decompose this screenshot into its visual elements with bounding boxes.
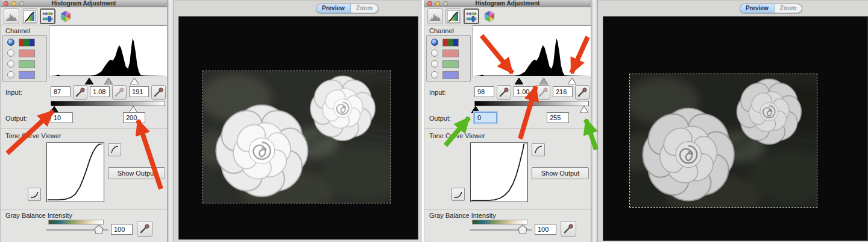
radio-rgb[interactable] bbox=[431, 39, 438, 46]
tone-curve-tool-button[interactable] bbox=[22, 8, 37, 24]
color-wheel-icon bbox=[60, 10, 72, 22]
tone-curve-viewer-label: Tone Curve Viewer bbox=[429, 132, 485, 139]
radio-blue[interactable] bbox=[7, 71, 14, 78]
close-button[interactable] bbox=[4, 1, 8, 6]
output-highlight-slider[interactable] bbox=[580, 106, 588, 113]
radio-rgb[interactable] bbox=[7, 39, 14, 46]
input-label: Input: bbox=[5, 89, 22, 96]
scan-preview-area bbox=[603, 16, 868, 241]
dialog-scrollbar[interactable] bbox=[591, 0, 598, 242]
output-shadow-field[interactable]: 10 bbox=[51, 112, 73, 123]
input-gamma-field[interactable]: 1.08 bbox=[90, 86, 110, 97]
channel-option-red[interactable] bbox=[7, 49, 35, 57]
input-highlight-field[interactable]: 191 bbox=[129, 86, 149, 97]
channel-option-rgb[interactable] bbox=[431, 38, 459, 46]
tab-preview[interactable]: Preview bbox=[740, 4, 775, 13]
gray-balance-value-field[interactable]: 100 bbox=[535, 224, 556, 235]
input-midtone-slider[interactable] bbox=[104, 78, 113, 84]
preview-pane: Preview Zoom bbox=[174, 0, 422, 242]
gray-balance-slider-thumb[interactable] bbox=[94, 224, 104, 234]
input-shadow-slider[interactable] bbox=[85, 78, 93, 84]
shadow-curve-preset-button[interactable] bbox=[28, 188, 41, 201]
zoom-window-button[interactable] bbox=[19, 1, 24, 6]
input-shadow-field[interactable]: 87 bbox=[51, 86, 71, 97]
close-button[interactable] bbox=[427, 1, 432, 6]
rose-photo bbox=[630, 74, 817, 207]
highlight-curve-preset-button[interactable] bbox=[108, 143, 121, 156]
channel-option-green[interactable] bbox=[431, 60, 459, 68]
tab-zoom[interactable]: Zoom bbox=[775, 4, 802, 13]
output-highlight-field[interactable]: 200 bbox=[123, 112, 145, 123]
tab-preview[interactable]: Preview bbox=[316, 4, 351, 13]
output-highlight-field[interactable]: 255 bbox=[547, 112, 569, 123]
log-curve-icon bbox=[533, 144, 544, 155]
minimize-button[interactable] bbox=[11, 1, 16, 6]
channel-option-blue[interactable] bbox=[7, 71, 35, 79]
window-title: Histogram Adjustment bbox=[1, 0, 167, 7]
channel-option-red[interactable] bbox=[431, 49, 459, 57]
color-wheel-tool-button[interactable] bbox=[58, 8, 74, 24]
gray-balance-value-field[interactable]: 100 bbox=[111, 224, 133, 235]
input-highlight-slider[interactable] bbox=[568, 78, 576, 84]
shadow-dropper-button[interactable] bbox=[73, 85, 87, 100]
eyedropper-icon bbox=[113, 86, 125, 98]
gray-balance-dropper-button[interactable] bbox=[137, 221, 153, 237]
show-output-button[interactable]: Show Output bbox=[108, 167, 165, 179]
radio-red[interactable] bbox=[7, 49, 14, 57]
zoom-window-button[interactable] bbox=[443, 1, 448, 6]
green-swatch bbox=[442, 60, 459, 68]
divider bbox=[1, 129, 167, 129]
before-panel: Histogram Adjustment Channel Input: 87 1… bbox=[0, 0, 424, 242]
show-output-button[interactable]: Show Output bbox=[532, 167, 589, 179]
tab-zoom[interactable]: Zoom bbox=[351, 4, 378, 13]
radio-blue[interactable] bbox=[431, 71, 438, 78]
midtone-dropper-button[interactable] bbox=[112, 85, 127, 100]
input-shadow-slider[interactable] bbox=[515, 78, 523, 84]
tone-curve-tool-button[interactable] bbox=[445, 8, 461, 24]
gray-balance-dropper-button[interactable] bbox=[561, 221, 576, 237]
histogram-adjustment-window: Histogram Adjustment Channel Input: 98 1… bbox=[424, 0, 591, 242]
shadow-dropper-button[interactable] bbox=[497, 85, 511, 100]
histogram-adjustment-window: Histogram Adjustment Channel Input: 87 1… bbox=[0, 0, 167, 242]
highlight-curve-preset-button[interactable] bbox=[532, 143, 545, 156]
input-highlight-slider[interactable] bbox=[130, 78, 139, 84]
selection-marquee[interactable] bbox=[629, 74, 817, 208]
preview-pane: Preview Zoom bbox=[598, 0, 868, 242]
input-gamma-field[interactable]: 1.00 bbox=[514, 86, 533, 97]
eyedropper-icon bbox=[537, 86, 549, 98]
histogram-tool-button[interactable] bbox=[427, 8, 443, 24]
channel-option-rgb[interactable] bbox=[7, 38, 35, 46]
input-midtone-slider[interactable] bbox=[539, 78, 548, 84]
tone-curve-icon bbox=[447, 10, 460, 23]
selection-marquee[interactable] bbox=[203, 71, 391, 203]
gray-balance-slider-thumb[interactable] bbox=[518, 224, 527, 234]
gray-balance-gradient bbox=[48, 220, 104, 224]
radio-green[interactable] bbox=[7, 60, 14, 68]
blue-swatch bbox=[19, 71, 35, 79]
tone-curve-viewer-label: Tone Curve Viewer bbox=[5, 132, 61, 139]
gray-balance-label: Gray Balance Intensity bbox=[429, 212, 496, 219]
channel-option-green[interactable] bbox=[7, 60, 35, 68]
minimize-button[interactable] bbox=[435, 1, 440, 6]
radio-red[interactable] bbox=[431, 49, 438, 57]
input-shadow-field[interactable]: 98 bbox=[474, 86, 494, 97]
radio-green[interactable] bbox=[431, 60, 438, 68]
divider bbox=[424, 209, 591, 209]
color-slider-tool-button[interactable] bbox=[40, 8, 55, 24]
shadow-curve-preset-button[interactable] bbox=[451, 188, 465, 201]
window-titlebar[interactable]: Histogram Adjustment bbox=[1, 0, 167, 7]
gray-balance-label: Gray Balance Intensity bbox=[5, 212, 72, 219]
midtone-dropper-button[interactable] bbox=[536, 85, 550, 100]
rose-photo bbox=[203, 71, 391, 203]
gray-balance-gradient bbox=[472, 220, 527, 224]
color-wheel-tool-button[interactable] bbox=[482, 8, 497, 24]
color-slider-tool-button[interactable] bbox=[464, 8, 479, 24]
dialog-scrollbar[interactable] bbox=[167, 0, 174, 242]
highlight-dropper-button[interactable] bbox=[151, 85, 166, 100]
channel-option-blue[interactable] bbox=[431, 71, 459, 79]
highlight-dropper-button[interactable] bbox=[575, 85, 590, 100]
window-titlebar[interactable]: Histogram Adjustment bbox=[424, 0, 591, 7]
output-shadow-field[interactable]: 0 bbox=[474, 112, 497, 123]
histogram-tool-button[interactable] bbox=[4, 8, 19, 24]
input-highlight-field[interactable]: 216 bbox=[553, 86, 573, 97]
